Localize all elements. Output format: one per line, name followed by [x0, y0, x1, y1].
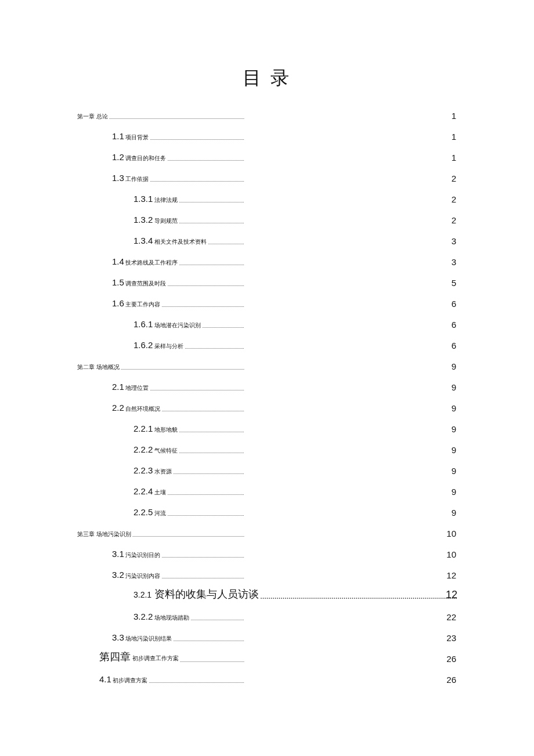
- toc-leader: ........................................…: [179, 449, 244, 455]
- toc-page: 6: [452, 299, 456, 309]
- toc-entry: 3.2.2 场地现场踏勘 ...........................…: [77, 607, 456, 624]
- toc-page: 12: [446, 589, 457, 601]
- toc-page: 6: [452, 341, 456, 350]
- toc-number: 2.2.5: [134, 507, 153, 517]
- toc-label: 场地潜在污染识别: [154, 321, 201, 330]
- toc-number: 第三章: [77, 530, 95, 538]
- toc-page: 3: [452, 257, 456, 267]
- toc-leader: ........................................…: [190, 616, 244, 622]
- toc-entry: 1.6 主要工作内容 .............................…: [77, 294, 456, 311]
- toc-number: 1.1: [112, 131, 124, 141]
- toc-title: 目 录: [0, 66, 534, 91]
- toc-number: 1.3.2: [134, 215, 153, 225]
- toc-leader: ........................................…: [179, 219, 244, 225]
- toc-leader: ........................................…: [202, 324, 244, 330]
- toc-leader: ........................................…: [167, 512, 244, 518]
- toc-leader: ........................................…: [180, 658, 244, 664]
- toc-leader: ........................................…: [162, 303, 244, 309]
- toc-leader: ........................................…: [162, 574, 244, 580]
- toc-label: 技术路线及工作程序: [125, 259, 178, 267]
- toc-entry: 1.6.1 场地潜在污染识别 .........................…: [77, 314, 456, 332]
- toc-label: 初步调查工作方案: [132, 654, 179, 663]
- toc-entry: 1.3.2 导则规范 .............................…: [77, 210, 456, 227]
- toc-page: 1: [452, 111, 456, 121]
- toc-number: 1.5: [112, 277, 124, 287]
- toc-number: 1.3.1: [134, 194, 153, 204]
- toc-entry: 3.2.1 资料的收集与人员访谈 .......................…: [77, 586, 456, 603]
- toc-page: 26: [446, 675, 456, 685]
- toc-label: 初步调查方案: [113, 677, 147, 685]
- toc-label: 自然环境概况: [125, 405, 160, 413]
- toc-number: 2.2: [112, 403, 124, 413]
- toc-leader: ........................................…: [168, 157, 244, 162]
- toc-leader: ........................................…: [150, 178, 244, 183]
- toc-label: 河流: [154, 509, 166, 518]
- toc-leader: ........................................…: [179, 428, 244, 434]
- toc-page: 2: [452, 194, 456, 204]
- toc-label: 导则规范: [154, 217, 178, 225]
- toc-page: 1: [452, 153, 456, 162]
- toc-entry: 3.2 污染识别内容 .............................…: [77, 565, 456, 583]
- toc-page: 9: [452, 382, 456, 392]
- toc-entry: 1.6.2 采样与分析 ............................…: [77, 335, 456, 353]
- toc-page: 26: [446, 654, 456, 664]
- toc-leader: ........................................…: [174, 637, 244, 643]
- toc-entry: 2.2.5 河流 ...............................…: [77, 502, 456, 520]
- toc-leader: ........................................…: [167, 491, 244, 497]
- toc-number: 1.4: [112, 256, 124, 266]
- toc-leader: ........................................…: [260, 592, 457, 601]
- toc-leader: ........................................…: [179, 261, 244, 267]
- toc-entry: 第三章 场地污染识别 .............................…: [77, 523, 456, 541]
- toc-page: 1: [452, 132, 456, 142]
- toc-label: 地理位置: [125, 384, 149, 392]
- toc-page: 23: [446, 633, 456, 643]
- toc-entry: 2.2.2 气候特征 .............................…: [77, 440, 456, 457]
- toc-number: 1.3.4: [134, 236, 153, 245]
- toc-label: 土壤: [154, 489, 166, 497]
- toc-page: 10: [446, 529, 456, 538]
- toc-leader: ........................................…: [150, 136, 244, 142]
- toc-leader: ........................................…: [162, 554, 244, 559]
- toc-entry: 2.2.1 地形地貌 .............................…: [77, 419, 456, 436]
- toc-page: 9: [452, 361, 456, 371]
- toc-label: 场地概况: [96, 363, 120, 371]
- toc-label: 工作依据: [125, 175, 149, 183]
- toc-leader: ........................................…: [149, 679, 244, 685]
- toc-entry: 4.1 初步调查方案 .............................…: [77, 670, 456, 687]
- toc-number: 3.2.1: [134, 590, 151, 599]
- toc-number: 3.2.2: [134, 612, 153, 621]
- toc-page: 9: [452, 445, 456, 455]
- toc-label: 资料的收集与人员访谈: [154, 587, 259, 601]
- toc-page: 9: [452, 466, 456, 476]
- toc-entry: 3.3 场地污染识别结果 ...........................…: [77, 628, 456, 645]
- toc-label: 场地现场踏勘: [154, 614, 189, 622]
- toc-number: 2.2.2: [134, 444, 153, 454]
- toc-entry: 2.2.3 水资源 ..............................…: [77, 461, 456, 478]
- toc-number: 第四章: [99, 650, 131, 664]
- toc-entry: 第四章 初步调查工作方案 ...........................…: [77, 649, 456, 666]
- toc-leader: ........................................…: [109, 115, 244, 121]
- toc-label: 相关文件及技术资料: [154, 238, 207, 246]
- toc-page: 9: [452, 508, 456, 518]
- toc-entry: 2.2.4 土壤 ...............................…: [77, 482, 456, 499]
- toc-label: 场地污染识别: [96, 530, 131, 538]
- toc-number: 3.2: [112, 570, 124, 580]
- toc-leader: ........................................…: [185, 345, 244, 350]
- toc-page: 10: [446, 549, 456, 559]
- toc-entry: 2.1 地理位置 ...............................…: [77, 377, 456, 395]
- toc-number: 2.2.1: [134, 424, 153, 433]
- toc-number: 1.3: [112, 173, 124, 183]
- toc-label: 调查范围及时段: [125, 280, 166, 288]
- toc-entry: 1.4 技术路线及工作程序 ..........................…: [77, 252, 456, 269]
- toc-page: 2: [452, 173, 456, 183]
- toc-entry: 1.2 调查目的和任务 ............................…: [77, 147, 456, 165]
- toc-leader: ........................................…: [173, 470, 244, 476]
- toc-leader: ........................................…: [150, 386, 244, 392]
- toc-number: 第一章: [77, 113, 95, 121]
- toc-leader: ........................................…: [208, 240, 244, 246]
- toc-page: 12: [446, 570, 456, 580]
- toc-page: 2: [452, 215, 456, 225]
- toc-number: 第二章: [77, 363, 95, 371]
- toc-page: 22: [446, 612, 456, 622]
- toc-label: 场地污染识别结果: [125, 635, 172, 643]
